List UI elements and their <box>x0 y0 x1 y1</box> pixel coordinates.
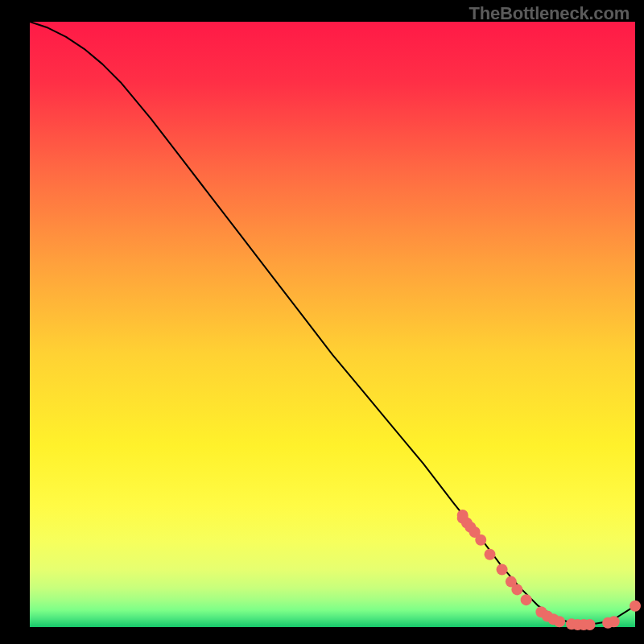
watermark-text: TheBottleneck.com <box>469 3 630 24</box>
data-marker <box>554 616 565 627</box>
data-marker <box>521 594 532 605</box>
chart-container: TheBottleneck.com <box>0 0 644 644</box>
data-marker <box>475 535 486 546</box>
bottleneck-curve-chart <box>0 0 644 644</box>
data-marker <box>511 584 522 595</box>
data-marker <box>609 616 620 627</box>
data-marker <box>497 564 508 576</box>
data-marker <box>630 601 641 612</box>
data-marker <box>485 549 496 560</box>
data-marker <box>584 619 596 630</box>
plot-background <box>30 22 635 627</box>
